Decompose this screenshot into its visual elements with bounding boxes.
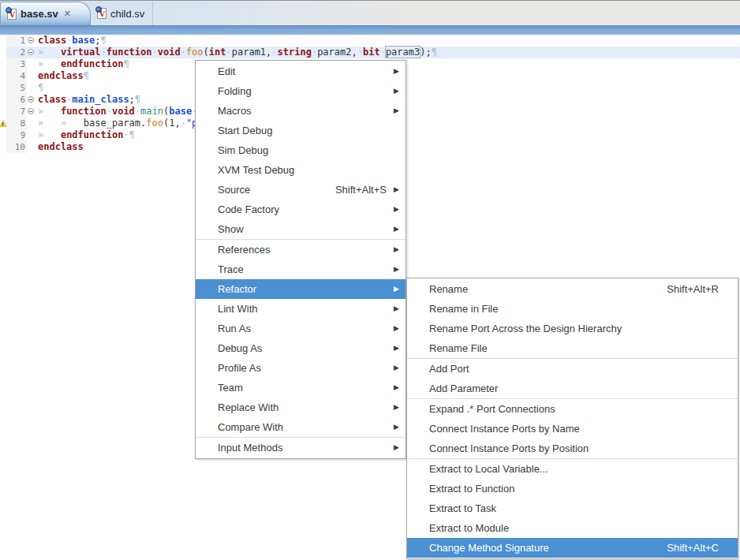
menu-item-macros[interactable]: Macros▶ [196, 101, 406, 121]
fold-collapse-icon[interactable] [28, 96, 34, 103]
menu-item-run-as[interactable]: Run As▶ [196, 319, 406, 338]
sv-file-icon [97, 8, 107, 19]
fold-column [27, 47, 36, 58]
refactor-submenu: RenameShift+Alt+RRename in FileRename Po… [406, 278, 738, 559]
submenu-item-extract-to-function[interactable]: Extract to Function [407, 479, 738, 498]
fold-column [27, 82, 36, 94]
submenu-arrow-icon: ▶ [391, 62, 399, 81]
menu-item-team[interactable]: Team▶ [196, 378, 406, 398]
submenu-arrow-icon: ▶ [391, 398, 399, 417]
submenu-item-expand-port-connections[interactable]: Expand .* Port Connections [407, 399, 738, 419]
menu-item-references[interactable]: References▶ [196, 240, 406, 259]
line-number: 2 [6, 47, 27, 58]
menu-item-start-debug[interactable]: Start Debug [196, 121, 406, 140]
submenu-item-add-port[interactable]: Add Port [407, 359, 738, 379]
fold-column [27, 118, 36, 129]
submenu-item-extract-to-task[interactable]: Extract to Task [407, 498, 738, 518]
menu-item-shortcut: Shift+Alt+R [667, 279, 719, 299]
tab-label: base.sv [21, 8, 58, 20]
gutter-ruler [0, 47, 6, 58]
submenu-item-rename-file[interactable]: Rename File [407, 338, 738, 358]
tab-child-sv[interactable]: child.sv [91, 2, 153, 25]
menu-item-source[interactable]: SourceShift+Alt+S▶ [196, 180, 406, 200]
submenu-arrow-icon: ▶ [391, 319, 399, 338]
tab-base-sv[interactable]: base.sv✕ [0, 2, 91, 25]
menu-item-trace[interactable]: Trace▶ [196, 259, 406, 279]
fold-column [27, 70, 36, 82]
submenu-item-connect-instance-ports-by-name[interactable]: Connect Instance Ports by Name [407, 419, 738, 439]
tab-label: child.sv [110, 8, 144, 20]
gutter-ruler [0, 70, 6, 82]
menu-item-label: Connect Instance Ports by Position [429, 439, 589, 458]
menu-item-sim-debug[interactable]: Sim Debug [196, 140, 406, 160]
fold-collapse-icon[interactable] [28, 37, 34, 43]
line-number: 10 [6, 141, 27, 153]
line-number: 7 [6, 106, 27, 118]
line-number: 5 [6, 82, 27, 94]
submenu-item-rename-port-across-the-design-hierarchy[interactable]: Rename Port Across the Design Hierarchy [407, 319, 738, 338]
menu-item-xvm-test-debug[interactable]: XVM Test Debug [196, 160, 406, 180]
submenu-arrow-icon: ▶ [391, 180, 399, 200]
menu-item-label: Change Method Signature [429, 538, 549, 558]
active-tab-strip [0, 25, 740, 35]
menu-item-folding[interactable]: Folding▶ [196, 81, 406, 101]
submenu-arrow-icon: ▶ [391, 338, 399, 358]
menu-item-label: Add Port [429, 359, 469, 379]
submenu-item-rename[interactable]: RenameShift+Alt+R [407, 279, 738, 299]
menu-item-label: Macros [218, 101, 252, 121]
fold-column [27, 129, 36, 141]
menu-item-compare-with[interactable]: Compare With▶ [196, 417, 406, 437]
submenu-item-change-method-signature[interactable]: Change Method SignatureShift+Alt+C [407, 538, 738, 558]
menu-item-label: Code Factory [218, 200, 279, 219]
menu-item-replace-with[interactable]: Replace With▶ [196, 398, 406, 417]
submenu-item-extract-to-local-variable[interactable]: Extract to Local Variable... [407, 459, 738, 479]
submenu-arrow-icon: ▶ [391, 219, 399, 239]
fold-collapse-icon[interactable] [28, 108, 34, 114]
gutter-ruler [0, 94, 6, 106]
code-line[interactable]: 1class·base;¶ [0, 35, 740, 47]
menu-item-label: References [218, 240, 270, 259]
code-line[interactable]: 2» virtual·function·void·foo(int·param1,… [0, 47, 740, 58]
menu-item-label: Profile As [218, 358, 261, 378]
menu-item-label: Extract to Task [429, 498, 496, 518]
submenu-arrow-icon: ▶ [391, 378, 399, 398]
warning-icon [0, 120, 7, 127]
menu-item-label: Add Parameter [429, 379, 498, 398]
submenu-arrow-icon: ▶ [391, 299, 399, 319]
menu-item-label: Trace [218, 259, 244, 279]
fold-column [27, 106, 36, 118]
line-number: 6 [6, 94, 27, 106]
menu-item-label: Extract to Function [429, 479, 514, 498]
menu-item-debug-as[interactable]: Debug As▶ [196, 338, 406, 358]
submenu-arrow-icon: ▶ [391, 81, 399, 101]
menu-item-label: Debug As [218, 338, 262, 358]
menu-item-edit[interactable]: Edit▶ [196, 62, 406, 81]
fold-collapse-icon[interactable] [28, 49, 34, 55]
menu-item-label: Extract to Module [429, 518, 509, 538]
menu-item-input-methods[interactable]: Input Methods▶ [196, 438, 406, 457]
submenu-arrow-icon: ▶ [391, 200, 399, 219]
submenu-arrow-icon: ▶ [391, 358, 399, 378]
menu-item-label: Team [218, 378, 243, 398]
menu-item-code-factory[interactable]: Code Factory▶ [196, 200, 406, 219]
submenu-item-rename-in-file[interactable]: Rename in File [407, 299, 738, 319]
menu-item-shortcut: Shift+Alt+C [667, 538, 719, 558]
menu-item-show[interactable]: Show▶ [196, 219, 406, 239]
menu-item-label: Expand .* Port Connections [429, 399, 555, 419]
submenu-arrow-icon: ▶ [391, 438, 399, 457]
submenu-item-add-parameter[interactable]: Add Parameter [407, 379, 738, 398]
menu-item-label: Rename File [429, 338, 488, 358]
gutter-ruler [0, 106, 6, 118]
menu-item-refactor[interactable]: Refactor▶ [196, 279, 406, 299]
gutter-ruler [0, 58, 6, 70]
close-icon[interactable]: ✕ [64, 9, 71, 19]
fold-column [27, 94, 36, 106]
menu-item-label: Sim Debug [218, 140, 268, 160]
menu-item-lint-with[interactable]: Lint With▶ [196, 299, 406, 319]
submenu-item-extract-to-module[interactable]: Extract to Module [407, 518, 738, 538]
submenu-item-connect-instance-ports-by-position[interactable]: Connect Instance Ports by Position [407, 439, 738, 458]
menu-item-label: Rename [429, 279, 468, 299]
gutter-ruler [0, 129, 6, 141]
menu-item-profile-as[interactable]: Profile As▶ [196, 358, 406, 378]
line-number: 9 [6, 129, 27, 141]
